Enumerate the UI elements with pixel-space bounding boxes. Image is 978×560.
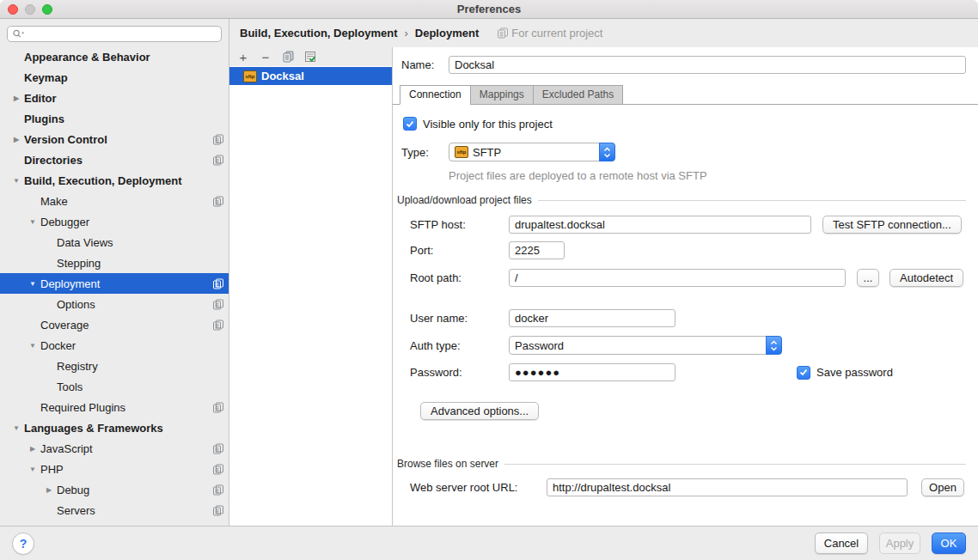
zoom-window-button[interactable] — [42, 4, 52, 15]
root-path-row: Root path: ... Autodetect — [393, 269, 978, 287]
sidebar-item-languages-frameworks[interactable]: ▼Languages & Frameworks — [0, 417, 229, 438]
sidebar-item-label: Editor — [24, 92, 57, 105]
root-path-input[interactable] — [509, 269, 846, 287]
sidebar-item-stepping[interactable]: Stepping — [0, 253, 229, 273]
titlebar: Preferences — [0, 0, 978, 19]
add-server-button[interactable]: + — [236, 50, 250, 64]
name-input[interactable] — [449, 56, 966, 74]
sidebar-item-label: Deployment — [40, 277, 100, 290]
sidebar-item-label: Plugins — [24, 113, 64, 125]
password-label: Password: — [410, 366, 509, 379]
window-title: Preferences — [457, 3, 521, 15]
autodetect-button[interactable]: Autodetect — [889, 269, 963, 287]
password-input[interactable] — [509, 363, 675, 381]
sidebar-item-plugins[interactable]: Plugins — [0, 108, 229, 129]
sidebar-item-registry[interactable]: Registry — [0, 356, 229, 376]
ok-button[interactable]: OK — [932, 533, 966, 554]
advanced-options-button[interactable]: Advanced options... — [420, 402, 539, 420]
open-url-button[interactable]: Open — [921, 478, 964, 496]
sidebar-item-data-views[interactable]: Data Views — [0, 232, 229, 253]
tab-excluded-paths[interactable]: Excluded Paths — [533, 85, 623, 105]
type-hint-text: Project files are deployed to a remote h… — [393, 169, 978, 182]
help-button[interactable]: ? — [12, 533, 34, 555]
tab-mappings[interactable]: Mappings — [470, 85, 534, 105]
tree-collapsed-arrow-icon[interactable]: ▶ — [9, 136, 24, 143]
search-input[interactable] — [28, 27, 217, 40]
sidebar-item-directories[interactable]: Directories — [0, 149, 229, 170]
duplicate-server-button[interactable] — [281, 50, 295, 64]
tree-expanded-arrow-icon[interactable]: ▼ — [25, 218, 40, 226]
tab-connection[interactable]: Connection — [400, 85, 471, 105]
deployment-form: Name: ConnectionMappingsExcluded Paths V… — [393, 47, 978, 526]
sidebar-item-javascript[interactable]: ▶JavaScript — [0, 438, 229, 459]
auth-type-select[interactable]: Password — [509, 336, 782, 355]
for-current-project-icon — [213, 464, 223, 475]
tree-collapsed-arrow-icon[interactable]: ▶ — [41, 486, 57, 494]
use-as-default-button[interactable] — [303, 50, 317, 64]
sidebar-item-coverage[interactable]: Coverage — [0, 314, 229, 335]
for-current-project-icon — [213, 505, 223, 516]
tree-expanded-arrow-icon[interactable]: ▼ — [9, 424, 24, 432]
sidebar-item-label: Languages & Frameworks — [24, 422, 163, 435]
user-name-label: User name: — [410, 312, 509, 325]
dropdown-stepper-icon — [599, 143, 615, 161]
server-item-docksal[interactable]: sftpDocksal — [229, 67, 392, 85]
cancel-button[interactable]: Cancel — [815, 533, 868, 554]
auth-type-label: Auth type: — [410, 339, 509, 352]
sidebar-item-required-plugins[interactable]: Required Plugins — [0, 397, 229, 417]
sidebar-item-options[interactable]: Options — [0, 294, 229, 314]
web-root-label: Web server root URL: — [410, 481, 547, 494]
tree-collapsed-arrow-icon[interactable]: ▶ — [9, 94, 24, 102]
for-current-project-icon — [498, 27, 508, 39]
save-password-checkbox[interactable] — [797, 366, 810, 380]
sidebar-item-label: PHP — [40, 463, 64, 476]
password-row: Password: Save password — [393, 363, 978, 381]
sidebar-item-debugger[interactable]: ▼Debugger — [0, 211, 229, 232]
sidebar-item-tools[interactable]: Tools — [0, 376, 229, 397]
breadcrumb-root[interactable]: Build, Execution, Deployment — [240, 27, 397, 40]
scope-label: For current project — [511, 27, 602, 40]
sidebar-item-make[interactable]: Make — [0, 191, 229, 211]
apply-button[interactable]: Apply — [879, 533, 920, 554]
port-input[interactable] — [509, 241, 565, 259]
tree-expanded-arrow-icon[interactable]: ▼ — [25, 466, 40, 473]
visible-only-label: Visible only for this project — [423, 118, 553, 131]
for-current-project-icon — [213, 196, 223, 207]
sidebar-item-editor[interactable]: ▶Editor — [0, 88, 229, 108]
visible-only-checkbox[interactable] — [403, 117, 417, 131]
sidebar-item-build-execution-deployment[interactable]: ▼Build, Execution, Deployment — [0, 170, 229, 191]
sidebar-item-deployment[interactable]: ▼Deployment — [0, 273, 229, 294]
sidebar-item-label: Debug — [57, 484, 89, 496]
tree-collapsed-arrow-icon[interactable]: ▶ — [25, 445, 40, 453]
sidebar-item-appearance-behavior[interactable]: Appearance & Behavior — [0, 46, 229, 67]
test-sftp-connection-button[interactable]: Test SFTP connection... — [822, 216, 962, 234]
web-root-row: Web server root URL: Open — [393, 478, 978, 496]
close-window-button[interactable] — [8, 4, 18, 15]
minimize-window-button[interactable] — [25, 4, 35, 15]
for-current-project-icon — [213, 484, 223, 496]
sftp-host-input[interactable] — [509, 216, 811, 234]
user-name-input[interactable] — [509, 309, 675, 327]
type-select[interactable]: sftp SFTP — [449, 143, 615, 161]
sidebar-item-label: Make — [40, 195, 68, 208]
sidebar-item-version-control[interactable]: ▶Version Control — [0, 129, 229, 149]
browse-root-path-button[interactable]: ... — [857, 269, 879, 287]
sidebar-item-docker[interactable]: ▼Docker — [0, 335, 229, 356]
server-item-label: Docksal — [261, 70, 304, 82]
tree-expanded-arrow-icon[interactable]: ▼ — [25, 342, 40, 350]
settings-search-box[interactable] — [7, 26, 222, 42]
sidebar-item-php[interactable]: ▼PHP — [0, 459, 229, 479]
scope-indicator: For current project — [498, 27, 602, 40]
breadcrumb-current: Deployment — [415, 27, 479, 40]
visible-only-row: Visible only for this project — [393, 116, 978, 131]
for-current-project-icon — [213, 155, 223, 166]
remove-server-button[interactable]: − — [259, 50, 272, 64]
sidebar-item-label: Stepping — [57, 257, 101, 270]
sidebar-item-debug[interactable]: ▶Debug — [0, 479, 229, 500]
tree-expanded-arrow-icon[interactable]: ▼ — [9, 177, 24, 185]
sidebar-item-keymap[interactable]: Keymap — [0, 67, 229, 88]
web-root-input[interactable] — [547, 478, 908, 496]
sidebar-item-label: Version Control — [24, 133, 107, 146]
tree-expanded-arrow-icon[interactable]: ▼ — [25, 280, 40, 288]
sidebar-item-servers[interactable]: Servers — [0, 500, 229, 520]
